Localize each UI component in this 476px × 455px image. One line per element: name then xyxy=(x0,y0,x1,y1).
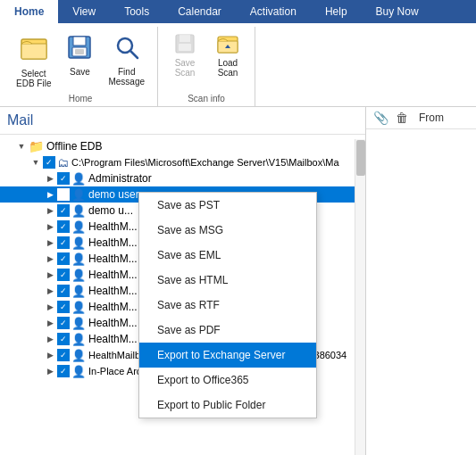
svg-rect-10 xyxy=(179,44,191,51)
tree-user-icon-12: 👤 xyxy=(71,365,86,378)
svg-rect-9 xyxy=(180,35,190,42)
ribbon-group-home: SelectEDB File Save xyxy=(4,27,158,106)
tree-expand-11[interactable]: ▶ xyxy=(43,348,57,362)
tree-checkbox-4[interactable]: ✓ xyxy=(57,236,70,249)
tree-checkbox-8[interactable]: ✓ xyxy=(57,301,70,313)
context-menu-item-export-exchange[interactable]: Export to Exchange Server xyxy=(139,343,316,368)
panel-title: Mail xyxy=(0,107,365,135)
tree-expand-7[interactable]: ▶ xyxy=(43,284,57,298)
save-button[interactable]: Save xyxy=(60,30,99,80)
tree-expand-9[interactable]: ▶ xyxy=(43,316,57,330)
tree-checkbox-1[interactable]: ✓ xyxy=(57,188,70,201)
save-label: Save xyxy=(70,67,90,77)
tree-user-icon-3: 👤 xyxy=(71,220,86,234)
tree-expand-2[interactable]: ▶ xyxy=(43,203,57,218)
ribbon-group-home-items: SelectEDB File Save xyxy=(11,30,150,92)
context-menu-item-export-office365[interactable]: Export to Office365 xyxy=(139,368,316,393)
tab-tools[interactable]: Tools xyxy=(110,0,163,23)
tree-text-0: Administrator xyxy=(88,172,152,185)
tree-text-root: Offline EDB xyxy=(46,140,102,153)
select-edb-label: SelectEDB File xyxy=(16,69,51,88)
tree-user-icon-9: 👤 xyxy=(71,317,86,330)
tree-user-icon-11: 👤 xyxy=(71,349,86,362)
save-icon xyxy=(66,34,93,65)
tree-user-icon-10: 👤 xyxy=(71,333,86,346)
ribbon-content: SelectEDB File Save xyxy=(0,23,476,106)
scrollbar[interactable] xyxy=(355,139,365,455)
tree-text-8: HealthM... xyxy=(88,301,138,313)
tree-text-6: HealthM... xyxy=(88,269,138,281)
tree-checkbox-7[interactable]: ✓ xyxy=(57,285,70,297)
tree-user-icon-2: 👤 xyxy=(71,204,86,218)
left-panel: Mail ▼ 📁 Offline EDB ▼ ✓ 🗂 C:\Program Fi… xyxy=(0,107,366,455)
right-panel-content xyxy=(366,129,476,455)
context-menu: Save as PST Save as MSG Save as EML Save… xyxy=(138,192,317,418)
context-menu-item-save-eml[interactable]: Save as EML xyxy=(139,243,316,268)
load-scan-button[interactable]: LoadScan xyxy=(208,30,247,80)
tree-text-9: HealthM... xyxy=(88,317,138,329)
tree-expand-8[interactable]: ▶ xyxy=(43,300,57,314)
tree-checkbox-2[interactable]: ✓ xyxy=(57,204,70,217)
context-menu-item-save-msg[interactable]: Save as MSG xyxy=(139,218,316,243)
tree-expand-6[interactable]: ▶ xyxy=(43,268,57,282)
tree-text-5: HealthM... xyxy=(88,252,138,265)
save-scan-button[interactable]: SaveScan xyxy=(165,30,205,80)
context-menu-item-export-public-folder[interactable]: Export to Public Folder xyxy=(139,393,316,418)
tree-folder-icon-root: 📁 xyxy=(29,139,44,153)
tree-item-root[interactable]: ▼ 📁 Offline EDB xyxy=(0,138,365,154)
trash-icon[interactable]: 🗑 xyxy=(396,111,408,125)
tree-expand-1[interactable]: ▶ xyxy=(43,187,57,202)
tree-checkbox-0[interactable]: ✓ xyxy=(57,172,70,185)
tab-help[interactable]: Help xyxy=(311,0,362,23)
tree-user-icon-5: 👤 xyxy=(71,252,86,266)
tree-checkbox-10[interactable]: ✓ xyxy=(57,333,70,345)
tree-checkbox-path[interactable]: ✓ xyxy=(43,156,55,169)
tab-home[interactable]: Home xyxy=(0,0,58,23)
tree-expand-path[interactable]: ▼ xyxy=(29,155,43,170)
context-menu-item-save-html[interactable]: Save as HTML xyxy=(139,268,316,293)
tree-checkbox-11[interactable]: ✓ xyxy=(57,349,70,361)
ribbon-group-scaninfo-label: Scan info xyxy=(188,92,225,106)
context-menu-item-save-pdf[interactable]: Save as PDF xyxy=(139,318,316,343)
ribbon-group-scaninfo-items: SaveScan LoadScan xyxy=(165,30,247,92)
save-scan-icon xyxy=(174,33,196,57)
ribbon-group-home-label: Home xyxy=(69,92,93,106)
tree-expand-4[interactable]: ▶ xyxy=(43,236,57,250)
select-edb-button[interactable]: SelectEDB File xyxy=(11,30,56,92)
tree-expand-5[interactable]: ▶ xyxy=(43,252,57,266)
tree-item-0[interactable]: ▶ ✓ 👤 Administrator xyxy=(0,170,365,186)
scroll-thumb[interactable] xyxy=(356,140,365,176)
tree-user-icon-4: 👤 xyxy=(71,236,86,250)
tab-view[interactable]: View xyxy=(58,0,110,23)
select-edb-icon xyxy=(20,34,48,67)
svg-rect-5 xyxy=(75,49,84,54)
right-panel-header: 📎 🗑 From xyxy=(366,107,476,129)
ribbon-tabs: Home View Tools Calendar Activation Help… xyxy=(0,0,476,23)
tree-expand-12[interactable]: ▶ xyxy=(43,364,57,378)
tree-checkbox-12[interactable]: ✓ xyxy=(57,365,70,377)
tree-user-icon-6: 👤 xyxy=(71,269,86,282)
ribbon-group-scaninfo: SaveScan LoadScan Scan info xyxy=(158,27,255,106)
tree-checkbox-6[interactable]: ✓ xyxy=(57,269,70,281)
find-message-icon xyxy=(113,34,140,65)
tab-calendar[interactable]: Calendar xyxy=(163,0,236,23)
tab-activation[interactable]: Activation xyxy=(236,0,311,23)
context-menu-item-save-rtf[interactable]: Save as RTF xyxy=(139,293,316,318)
tree-user-icon-0: 👤 xyxy=(71,172,86,186)
tree-user-icon-7: 👤 xyxy=(71,285,86,298)
tree-checkbox-5[interactable]: ✓ xyxy=(57,252,70,265)
tree-checkbox-9[interactable]: ✓ xyxy=(57,317,70,329)
find-message-label: FindMessage xyxy=(108,67,145,87)
find-message-button[interactable]: FindMessage xyxy=(103,30,150,90)
context-menu-item-save-pst[interactable]: Save as PST xyxy=(139,193,316,218)
tree-expand-root[interactable]: ▼ xyxy=(14,139,29,153)
svg-line-7 xyxy=(130,51,138,58)
tree-expand-3[interactable]: ▶ xyxy=(43,219,57,234)
tab-buynow[interactable]: Buy Now xyxy=(362,0,433,23)
tree-folder-icon-path: 🗂 xyxy=(57,156,69,170)
tree-text-7: HealthM... xyxy=(88,285,138,297)
tree-item-path[interactable]: ▼ ✓ 🗂 C:\Program Files\Microsoft\Exchang… xyxy=(0,154,365,170)
tree-expand-0[interactable]: ▶ xyxy=(43,171,57,186)
tree-checkbox-3[interactable]: ✓ xyxy=(57,220,70,233)
tree-expand-10[interactable]: ▶ xyxy=(43,332,57,346)
